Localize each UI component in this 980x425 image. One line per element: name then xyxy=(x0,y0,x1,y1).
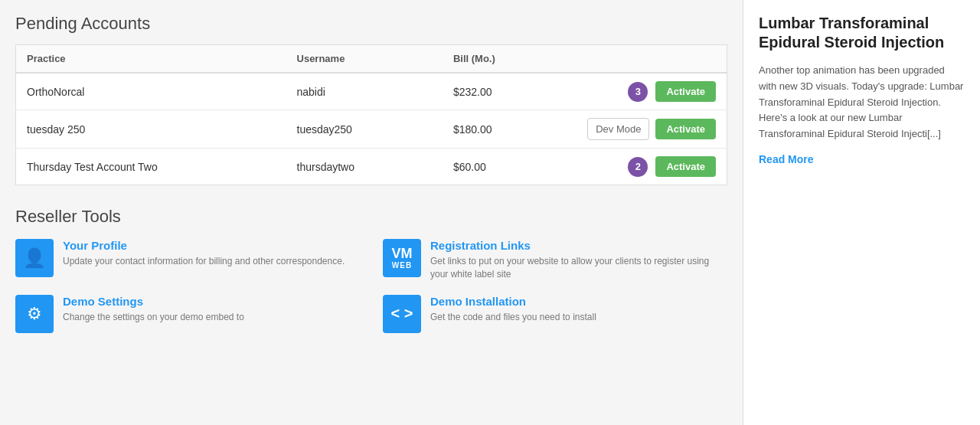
person-icon: 👤 xyxy=(23,247,46,269)
tool-title-demo-settings[interactable]: Demo Settings xyxy=(63,295,244,308)
practice-cell: OrthoNorcal xyxy=(16,73,286,110)
practice-cell: Thursday Test Account Two xyxy=(16,149,286,185)
table-row: Thursday Test Account Twothursdaytwo$60.… xyxy=(16,149,727,185)
tool-icon-registration-links: VMWEB xyxy=(383,239,421,277)
sidebar-heading: Lumbar Transforaminal Epidural Steroid I… xyxy=(759,14,965,52)
actions-cell: 2Activate xyxy=(557,149,727,185)
bill-cell: $180.00 xyxy=(443,110,557,149)
tool-desc-registration-links: Get links to put on your website to allo… xyxy=(430,255,727,281)
activate-button[interactable]: Activate xyxy=(655,156,716,177)
tool-icon-demo-installation: < > xyxy=(383,295,421,333)
vm-icon: VMWEB xyxy=(392,247,413,270)
tool-desc-demo-installation: Get the code and files you need to insta… xyxy=(430,311,596,324)
sidebar-body: Another top animation has been upgraded … xyxy=(759,63,965,142)
table-row: tuesday 250tuesday250$180.00Dev ModeActi… xyxy=(16,110,727,149)
read-more-link[interactable]: Read More xyxy=(759,153,814,165)
activate-button[interactable]: Activate xyxy=(655,119,716,139)
tool-item-demo-installation: < >Demo InstallationGet the code and fil… xyxy=(383,295,727,333)
actions-cell: 3Activate xyxy=(557,73,727,110)
table-row: OrthoNorcalnabidi$232.003Activate xyxy=(16,73,727,110)
practice-cell: tuesday 250 xyxy=(16,110,286,149)
tool-title-registration-links[interactable]: Registration Links xyxy=(430,239,727,252)
sidebar: Lumbar Transforaminal Epidural Steroid I… xyxy=(743,0,980,425)
tool-desc-demo-settings: Change the settings on your demo embed t… xyxy=(63,311,244,324)
tools-grid: 👤Your ProfileUpdate your contact informa… xyxy=(15,239,727,333)
activate-button[interactable]: Activate xyxy=(655,81,716,102)
pending-accounts-title: Pending Accounts xyxy=(15,14,727,34)
gear-icon: ⚙ xyxy=(27,304,42,324)
dev-mode-button[interactable]: Dev Mode xyxy=(587,118,649,140)
col-header-bill: Bill (Mo.) xyxy=(443,45,557,74)
bill-cell: $60.00 xyxy=(443,149,557,185)
pending-accounts-table: Practice Username Bill (Mo.) OrthoNorcal… xyxy=(15,44,727,185)
tool-item-demo-settings: ⚙Demo SettingsChange the settings on you… xyxy=(15,295,360,333)
col-header-actions xyxy=(557,45,727,74)
username-cell: tuesday250 xyxy=(286,110,443,149)
tool-item-your-profile: 👤Your ProfileUpdate your contact informa… xyxy=(15,239,360,281)
reseller-tools-title: Reseller Tools xyxy=(15,207,727,227)
badge-number: 3 xyxy=(628,82,648,102)
tool-item-registration-links: VMWEBRegistration LinksGet links to put … xyxy=(383,239,727,281)
tool-icon-your-profile: 👤 xyxy=(15,239,54,277)
badge-number: 2 xyxy=(628,157,648,177)
username-cell: thursdaytwo xyxy=(286,149,443,185)
code-icon: < > xyxy=(391,305,413,322)
username-cell: nabidi xyxy=(286,73,443,110)
tool-title-demo-installation[interactable]: Demo Installation xyxy=(430,295,596,308)
tool-icon-demo-settings: ⚙ xyxy=(15,295,54,333)
tool-desc-your-profile: Update your contact information for bill… xyxy=(63,255,345,268)
actions-cell: Dev ModeActivate xyxy=(557,110,727,149)
col-header-username: Username xyxy=(286,45,443,74)
bill-cell: $232.00 xyxy=(443,73,557,110)
tool-title-your-profile[interactable]: Your Profile xyxy=(63,239,345,252)
col-header-practice: Practice xyxy=(16,45,286,74)
